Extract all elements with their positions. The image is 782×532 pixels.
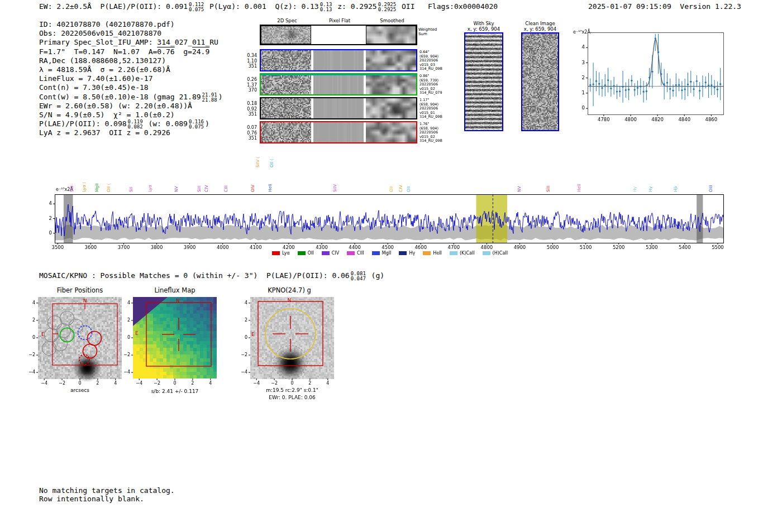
info-line: Primary Spec_Slot_IFU_AMP: 314_027_011_R… [39,38,223,47]
legend-swatch [322,251,330,255]
clean-image-coords: x, y: 659, 904 [515,26,565,32]
spec2d-row-left-labels: 0.070.76351 [239,125,257,141]
legend-label: MgII [382,251,392,256]
with-sky-image [465,33,502,130]
spec2d-row-right-labels: 0.86"(659, 739)20220506v015_02314_RU_079 [419,74,454,95]
row-right-label: 314_RU_079 [419,91,454,95]
legend-swatch [450,251,457,255]
text-segment: P(Lyα): 0.001 Q(z): 0.13 [205,2,319,11]
fiber-positions-image [22,294,128,387]
info-line: Cont(n) = 7.30(±0.45)e-18 [39,83,223,92]
info-line: ID: 4021078870 (4021078870.pdf) [39,20,223,29]
legend-swatch [347,251,355,255]
text-segment: ) [205,119,209,128]
legend-item: CIII [347,251,364,256]
spec2d-row-image [261,122,416,142]
kpno-caption-1: m:19.5 rc:2.9" s:0.1" [239,387,345,393]
row-left-label: 351 [239,112,257,117]
row-right-label: 314_RU_09B [419,139,454,143]
info-line: RA,Dec (188.088608,52.130127) [39,56,223,65]
weighted-sum-label-line2: Sum [418,32,437,36]
legend-label: OII [308,251,314,256]
text-segment: (g) [367,271,384,280]
lineflux-map-title: Lineflux Map [125,286,225,294]
stacked-uncertainty: 0.29250.2925 [378,2,397,12]
spec2d-row-image [261,74,416,94]
row-left-label: 351 [239,136,257,141]
legend-swatch [399,251,407,255]
spec2d-row-right-labels: 1.17"(658, 904)20220506v015_01314_RU_09B [419,98,454,119]
col-header-2dspec: 2D Spec [261,18,313,23]
text-segment: Cont(n) = 7.30(±0.45)e-18 [39,83,149,92]
detection-info-block: ID: 4021078870 (4021078870.pdf)Obs: 2022… [39,20,223,137]
row-left-label: 1.10 [239,59,257,64]
spec2d-row-right-labels: 0.64"(659, 904)20220506v015_03314_RU_09B [419,50,454,71]
kpno-image [235,294,341,387]
text-segment: LineFlux = 7.40(±1.60)e-17 [39,74,153,83]
line-fit-plot [571,27,727,126]
stacked-uncertainty: 0.1120.075 [189,2,204,12]
text-segment: 0.76 [157,47,174,56]
fiber-positions-title: Fiber Positions [30,286,130,294]
info-line: LineFlux = 7.40(±1.60)e-17 [39,74,223,83]
spec2d-row [260,97,417,119]
full-spectrum-plot [49,155,731,253]
weighted-sum-image [261,26,416,44]
with-sky-coords: x, y: 659, 904 [459,26,509,32]
spec2d-row [260,121,417,143]
legend-item: OII [298,251,314,256]
row-left-label: 0.34 [239,53,257,59]
row-left-label: 0.18 [239,101,257,107]
text-segment: MOSAIC/KPNO : Possible Matches = 0 (with… [39,271,350,280]
weighted-sum-label: Weighted Sum [418,27,437,36]
legend-item: CIV [322,251,339,256]
row-right-label: 314_RU_09B [419,67,454,71]
spec2d-row [260,73,417,95]
spec2d-row [260,49,417,71]
legend-label: Lyα [282,251,290,256]
text-segment: OII Flags:0x00004020 [397,2,498,11]
col-header-smoothed: Smoothed [366,18,418,23]
text-segment: Obs: 20220506v015_4021078870 [39,29,161,37]
legend-swatch [372,251,380,255]
footer-line-1: No matching targets in catalog. [39,486,175,495]
legend-label: (H)CaII [493,251,508,256]
row-left-label: 351 [239,64,257,69]
row-left-label: 370 [239,88,257,93]
spec2d-weighted-row [260,25,417,45]
row-right-label: 314_RU_09B [419,115,454,119]
weighted-sum-label-line1: Weighted [418,27,437,32]
kpno-caption-2: EWr: 0. PLAE: 0.06 [239,395,345,400]
row-left-label: 0.76 [239,131,257,136]
clean-image-panel [521,32,559,131]
fiber-xlabel: arcsecs [27,387,133,393]
legend-swatch [272,251,280,255]
row-accent-line [261,74,416,75]
legend-swatch [483,251,490,255]
text-segment: ) [218,93,223,101]
text-segment: EW: 2.2±0.5Å P(LAE)/P(OII): 0.091 [39,2,188,11]
stacked-uncertainty: 0.1160.075 [189,119,204,130]
text-segment: S/N = 4.9(±0.5) χ² = 1.0(±0.2) [39,111,175,119]
spectrum-legend: LyαOIICIVCIIIMgIIHγHeII(K)CaII(H)CaII [49,251,731,256]
header-timestamp: 2025-01-07 09:15:09 Version 1.22.3 [588,2,741,11]
spec2d-row-left-labels: 0.180.92351 [239,101,257,117]
mosaic-header: MOSAIC/KPNO : Possible Matches = 0 (with… [39,271,384,281]
info-line: S/N = 4.9(±0.5) χ² = 1.0(±0.2) [39,111,223,119]
col-header-pixelflat: Pixel Flat [313,18,366,23]
legend-label: CIV [332,251,339,256]
with-sky-panel [464,32,503,131]
footer-line-2: Row intentionally blank. [39,495,144,504]
spec2d-row-left-labels: 0.261.37370 [239,77,257,93]
legend-item: (H)CaII [483,251,508,256]
legend-item: MgII [372,251,392,256]
row-left-label: 0.07 [239,125,257,131]
legend-label: (K)CaII [460,251,475,256]
row-left-label: 0.26 [239,77,257,83]
stacked-uncertainty: 21.9121.88 [202,93,217,103]
text-segment: LyA z = 2.9637 OII z = 0.2926 [39,128,170,137]
stacked-uncertainty: 0.130.13 [320,2,332,12]
text-segment: (w: 0.089 [144,119,188,128]
row-left-label: 1.37 [239,83,257,88]
clean-image-title: Clean Image [515,21,565,26]
